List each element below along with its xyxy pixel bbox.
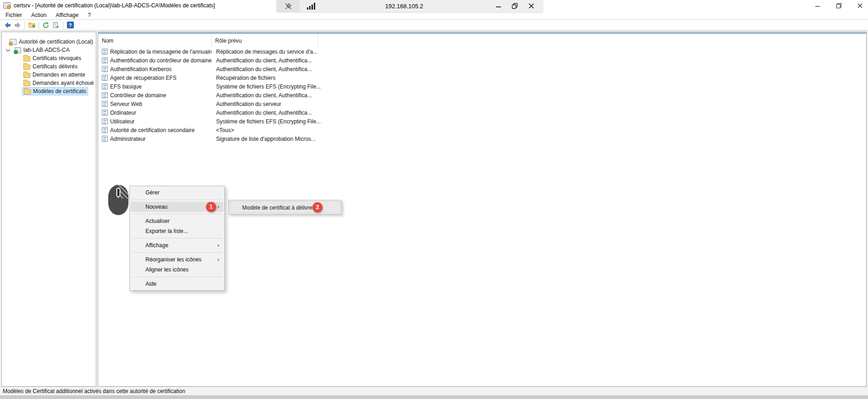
- submenu-arrow-icon: ›: [217, 255, 219, 265]
- console-tree-toggle-button[interactable]: [27, 21, 37, 30]
- restore-button[interactable]: [835, 1, 842, 10]
- close-icon: [857, 3, 863, 9]
- menu-item-nouveau[interactable]: Nouveau 1 ›: [131, 202, 223, 212]
- menu-fichier[interactable]: Fichier: [1, 11, 27, 19]
- back-icon: [4, 22, 11, 29]
- back-button[interactable]: [2, 21, 12, 30]
- list-item-autorite-certification-secondaire[interactable]: Autorité de certification secondaire <To…: [98, 126, 866, 134]
- pin-unpinned-icon: [284, 2, 292, 10]
- tree-item-demandes-en-attente[interactable]: Demandes en attente: [2, 71, 96, 79]
- toolbar-separator: [63, 22, 63, 29]
- rdp-minimize-button[interactable]: [493, 0, 503, 12]
- chevron-down-icon[interactable]: [6, 47, 11, 52]
- certification-authority-icon: [10, 39, 17, 45]
- folder-icon: [24, 89, 31, 94]
- menu-item-affichage[interactable]: Affichage ›: [131, 240, 223, 250]
- right-click-mouse-icon: [108, 185, 128, 215]
- menu-action[interactable]: Action: [27, 11, 51, 19]
- toolbar-separator: [39, 22, 39, 29]
- export-list-button[interactable]: [51, 21, 61, 30]
- list-item-agent-recuperation-efs[interactable]: Agent de récupération EFS Récupération d…: [98, 73, 866, 82]
- tree-label: Modèles de certificats: [33, 88, 86, 94]
- folder-icon: [23, 56, 30, 61]
- menu-separator: [132, 238, 222, 238]
- menu-item-modele-de-certificat-a-delivrer[interactable]: Modèle de certificat à délivrer 2: [230, 201, 340, 213]
- submenu-nouveau: Modèle de certificat à délivrer 2: [228, 200, 342, 215]
- list-item-efs-basique[interactable]: EFS basique Système de fichiers EFS (Enc…: [98, 82, 866, 91]
- console-tree-pane: Autorité de certification (Local) lab-LA…: [1, 32, 96, 387]
- menu-item-aide[interactable]: Aide: [131, 279, 223, 289]
- certificate-template-icon: [102, 75, 108, 81]
- template-role: Récupération de fichiers: [216, 75, 275, 81]
- tree-item-modeles-de-certificats[interactable]: Modèles de certificats: [2, 87, 96, 95]
- menu-item-aligner-les-icones[interactable]: Aligner les icônes: [131, 265, 223, 275]
- tree-label: Demandes en attente: [33, 72, 85, 78]
- tree-item-certificats-delivres[interactable]: Certificats délivrés: [2, 62, 96, 71]
- template-name: Utilisateur: [110, 118, 134, 125]
- list-item-auth-controleur-domaine[interactable]: Authentification du contrôleur de domain…: [98, 56, 866, 65]
- forward-button[interactable]: [12, 21, 22, 30]
- status-bar: Modèles de Certificat additionnel activé…: [0, 387, 868, 395]
- rdp-restore-button[interactable]: [510, 0, 520, 12]
- menu-separator: [132, 277, 222, 277]
- menu-affichage[interactable]: Affichage: [51, 11, 83, 19]
- submenu-arrow-icon: ›: [217, 240, 219, 250]
- mouse-wheel: [117, 188, 121, 197]
- toolbar-separator: [24, 22, 25, 29]
- folder-icon: [23, 65, 30, 70]
- list-item-administrateur[interactable]: Administrateur Signature de liste d'appr…: [98, 134, 866, 143]
- folder-icon: [23, 73, 30, 78]
- window-title: certsrv - [Autorité de certification (Lo…: [14, 2, 215, 9]
- template-name: Agent de récupération EFS: [110, 75, 177, 81]
- menu-item-actualiser[interactable]: Actualiser: [131, 216, 223, 226]
- template-name: Serveur Web: [110, 101, 142, 107]
- refresh-icon: [42, 22, 50, 29]
- help-button[interactable]: ?: [65, 21, 75, 30]
- close-button[interactable]: [856, 1, 863, 10]
- rdp-pin-button[interactable]: [277, 0, 300, 12]
- tree-item-certification-authority[interactable]: Autorité de certification (Local): [2, 38, 96, 46]
- menu-item-reorganiser-les-icones[interactable]: Réorganiser les icônes ›: [131, 255, 223, 265]
- selected-tree-item-highlight: Modèles de certificats: [22, 87, 88, 95]
- help-icon: ?: [67, 22, 74, 28]
- tree-item-ca-server[interactable]: lab-LAB-ADCS-CA: [2, 46, 96, 54]
- step-badge-1: 1: [206, 202, 216, 212]
- list-item-auth-kerberos[interactable]: Authentification Kerberos Authentificati…: [98, 65, 866, 73]
- template-name: Administrateur: [110, 136, 145, 142]
- minimize-icon: [495, 3, 501, 9]
- restore-icon: [512, 3, 518, 9]
- list-item-controleur-domaine[interactable]: Contrôleur de domaine Authentification d…: [98, 91, 866, 100]
- menu-aide[interactable]: ?: [83, 11, 95, 19]
- template-role: <Tous>: [216, 127, 234, 133]
- template-name: Autorité de certification secondaire: [110, 127, 195, 133]
- tree-item-demandes-ayant-echoue[interactable]: Demandes ayant échoué: [2, 79, 96, 87]
- template-name: Ordinateur: [110, 110, 136, 116]
- console-tree-toggle-icon: [28, 22, 36, 29]
- template-name: Réplication de la messagerie de l'annuai…: [110, 49, 211, 55]
- minimize-button[interactable]: [814, 1, 821, 10]
- list-item-serveur-web[interactable]: Serveur Web Authentification du serveur: [98, 100, 866, 108]
- list-item-ordinateur[interactable]: Ordinateur Authentification du client, A…: [98, 108, 866, 117]
- list-item-utilisateur[interactable]: Utilisateur Système de fichiers EFS (Enc…: [98, 117, 866, 126]
- menu-item-exporter-la-liste[interactable]: Exporter la liste...: [131, 226, 223, 236]
- column-header-nom[interactable]: Nom: [98, 34, 211, 47]
- tree-label: lab-LAB-ADCS-CA: [23, 47, 70, 53]
- rdp-address: 192.168.105.2: [315, 3, 493, 10]
- template-role: Authentification du client, Authentifica…: [216, 66, 312, 72]
- tree-item-certificats-revoques[interactable]: Certificats révoqués: [2, 54, 96, 62]
- certificate-template-icon: [102, 49, 108, 55]
- certificate-template-icon: [102, 136, 108, 142]
- list-item-replication-messagerie[interactable]: Réplication de la messagerie de l'annuai…: [98, 47, 866, 56]
- refresh-button[interactable]: [41, 21, 51, 30]
- connection-signal-icon: [307, 3, 315, 10]
- toolbar: ?: [0, 20, 868, 30]
- rdp-close-button[interactable]: [526, 0, 536, 12]
- menu-bar: Fichier Action Affichage ?: [0, 11, 868, 20]
- menu-item-gerer[interactable]: Gérer: [131, 188, 223, 198]
- submenu-arrow-icon: ›: [217, 202, 219, 212]
- certsrv-app-icon: [3, 2, 11, 9]
- column-header-role-prevu[interactable]: Rôle prévu: [211, 34, 318, 47]
- template-role: Signature de liste d'approbation Micros.…: [216, 136, 316, 142]
- certificate-template-icon: [102, 83, 108, 89]
- certificate-template-icon: [102, 110, 108, 116]
